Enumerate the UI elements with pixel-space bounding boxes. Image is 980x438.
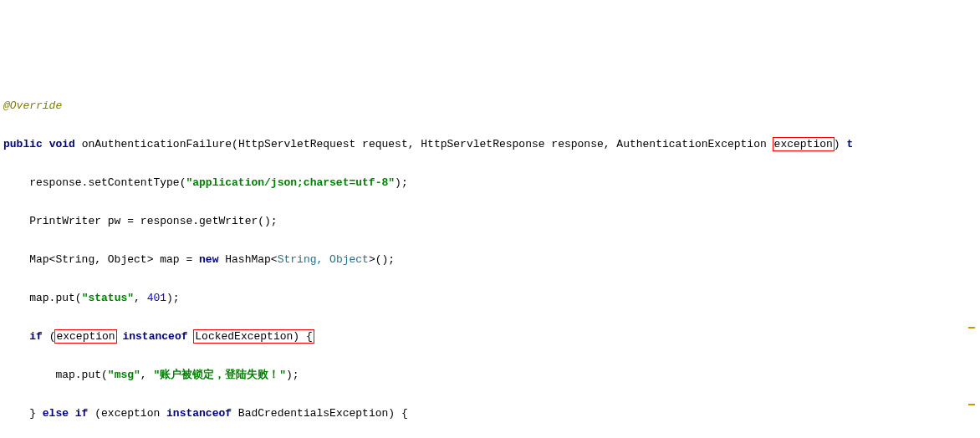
number-literal: 401 xyxy=(147,292,166,304)
text xyxy=(3,330,29,343)
gutter-warning-icon xyxy=(968,404,975,405)
keyword-instanceof: instanceof xyxy=(122,330,187,343)
code-editor-view: @Override public void onAuthenticationFa… xyxy=(0,77,980,438)
text: HashMap< xyxy=(218,253,277,266)
generic-type: String, Object xyxy=(278,253,369,266)
text: , xyxy=(134,292,147,304)
text: map.put( xyxy=(3,369,108,381)
code-line: public void onAuthenticationFailure(Http… xyxy=(3,135,977,154)
text: , xyxy=(140,369,154,381)
text: Map<String, Object> map = xyxy=(3,253,199,266)
string-literal: "status" xyxy=(82,292,134,304)
string-literal: "msg" xyxy=(108,369,140,381)
code-line: @Override xyxy=(3,96,977,115)
code-line: map.put("msg", "账户被锁定，登陆失败！"); xyxy=(3,365,977,385)
code-line: } else if (exception instanceof BadCrede… xyxy=(3,404,977,423)
text: onAuthenticationFailure(HttpServletReque… xyxy=(75,138,773,150)
highlight-box-exception-var: exception xyxy=(54,329,116,344)
keyword-if: if xyxy=(29,330,43,343)
string-literal: "账户被锁定，登陆失败！" xyxy=(153,369,286,381)
text: (exception xyxy=(88,407,166,420)
text: ) xyxy=(834,138,847,150)
highlight-box-lockedexception: LockedException) { xyxy=(193,329,314,344)
code-line: response.setContentType("application/jso… xyxy=(3,173,977,192)
text: ); xyxy=(395,176,408,189)
code-line: if (exception instanceof LockedException… xyxy=(3,327,977,346)
code-line: map.put("status", 401); xyxy=(3,288,977,308)
text: response.setContentType( xyxy=(3,176,186,189)
keyword-public: public xyxy=(3,138,43,150)
string-literal: "application/json;charset=utf-8" xyxy=(186,176,395,189)
keyword-instanceof: instanceof xyxy=(166,407,232,420)
keyword-new: new xyxy=(199,253,218,266)
text: PrintWriter pw = response.getWriter(); xyxy=(3,215,278,227)
text: >(); xyxy=(369,253,395,266)
gutter-warning-icon xyxy=(968,327,975,328)
keyword-void: void xyxy=(49,138,75,150)
highlight-box-exception-param: exception xyxy=(773,137,835,151)
code-line: PrintWriter pw = response.getWriter(); xyxy=(3,211,977,231)
text: } xyxy=(3,407,43,420)
keyword-partial: t xyxy=(846,138,853,150)
annotation: @Override xyxy=(3,99,62,112)
text: ); xyxy=(166,292,180,304)
text: ); xyxy=(286,369,299,381)
text: BadCredentialsException) { xyxy=(232,407,408,420)
code-line: Map<String, Object> map = new HashMap<St… xyxy=(3,250,977,269)
text: map.put( xyxy=(3,292,82,304)
keyword-else-if: else if xyxy=(43,407,89,420)
